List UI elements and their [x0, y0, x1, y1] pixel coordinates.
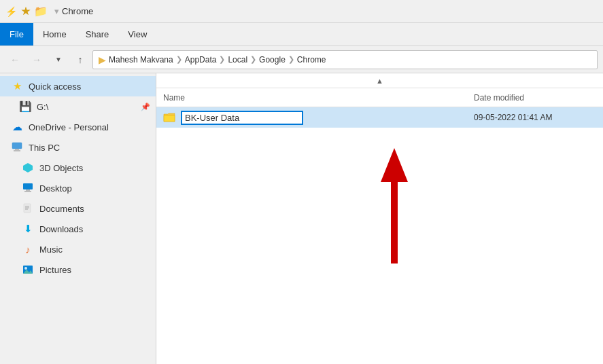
svg-marker-15: [381, 148, 408, 182]
sidebar-item-label-desktop: Desktop: [39, 183, 72, 194]
svg-marker-14: [391, 182, 398, 263]
breadcrumb-google[interactable]: Google: [259, 55, 286, 65]
pictures-icon: [22, 263, 34, 276]
svg-rect-4: [23, 183, 33, 189]
sidebar-item-label-pictures: Pictures: [39, 265, 71, 275]
3d-objects-icon: [22, 162, 34, 174]
sidebar-item-label-music: Music: [39, 244, 63, 255]
breadcrumb-chrome[interactable]: Chrome: [297, 55, 326, 65]
title-bar: ⚡ 📁 ▾ Chrome: [0, 0, 603, 23]
column-name[interactable]: Name: [163, 93, 474, 103]
g-drive-icon: 💾: [19, 101, 31, 113]
svg-rect-0: [12, 143, 22, 149]
sidebar-item-music[interactable]: ♪ Music: [0, 239, 156, 259]
title-bar-icons: ⚡ 📁: [5, 6, 46, 17]
breadcrumb-mahesh[interactable]: Mahesh Makvana: [109, 55, 173, 65]
back-button[interactable]: ←: [5, 50, 24, 69]
window-title: Chrome: [62, 6, 93, 16]
sidebar-item-quick-access[interactable]: ★ Quick access: [0, 76, 156, 96]
sidebar-item-pictures[interactable]: Pictures: [0, 259, 156, 280]
svg-marker-3: [23, 163, 33, 172]
address-bar[interactable]: ▶ Mahesh Makvana ❯ AppData ❯ Local ❯ Goo…: [92, 50, 598, 69]
sidebar-item-label-downloads: Downloads: [39, 224, 83, 234]
folder-icon: [163, 111, 175, 124]
sidebar-item-desktop[interactable]: Desktop: [0, 178, 156, 198]
dropdown-button[interactable]: ▼: [49, 50, 68, 69]
this-pc-icon: [11, 141, 23, 153]
tab-home[interactable]: Home: [33, 23, 76, 46]
tab-view[interactable]: View: [118, 23, 156, 46]
downloads-icon: ⬇: [22, 223, 34, 235]
sidebar-item-label-quick-access: Quick access: [29, 81, 81, 92]
ribbon-tabs: File Home Share View: [0, 23, 603, 46]
forward-button[interactable]: →: [27, 50, 46, 69]
music-icon: ♪: [22, 243, 34, 255]
content-header: Name Date modified: [156, 88, 603, 107]
svg-point-12: [24, 267, 27, 270]
sort-chevron-icon: ▲: [376, 77, 383, 85]
table-row[interactable]: 09-05-2022 01:41 AM: [156, 107, 603, 128]
svg-rect-1: [15, 149, 19, 150]
file-name-input[interactable]: [181, 111, 303, 125]
quick-access-icon: ⚡: [5, 6, 16, 17]
tab-share[interactable]: Share: [76, 23, 119, 46]
address-folder-icon: ▶: [99, 54, 106, 65]
file-date-modified: 09-05-2022 01:41 AM: [474, 113, 596, 122]
file-list: 09-05-2022 01:41 AM: [156, 107, 603, 364]
sidebar-item-onedrive[interactable]: ☁ OneDrive - Personal: [0, 117, 156, 137]
address-row: ← → ▼ ↑ ▶ Mahesh Makvana ❯ AppData ❯ Loc…: [0, 46, 603, 73]
arrow-annotation: [367, 128, 421, 272]
sidebar-item-downloads[interactable]: ⬇ Downloads: [0, 219, 156, 239]
tab-file[interactable]: File: [0, 23, 33, 46]
breadcrumb: Mahesh Makvana ❯ AppData ❯ Local ❯ Googl…: [109, 55, 326, 65]
sidebar-item-this-pc[interactable]: This PC: [0, 137, 156, 158]
sidebar-item-documents[interactable]: Documents: [0, 198, 156, 219]
breadcrumb-appdata[interactable]: AppData: [185, 55, 217, 65]
sidebar: ★ Quick access 💾 G:\ 📌 ☁ OneDrive - Pers…: [0, 73, 156, 364]
pin-icon-title: [20, 6, 31, 17]
sort-bar: ▲: [156, 73, 603, 88]
main-layout: ★ Quick access 💾 G:\ 📌 ☁ OneDrive - Pers…: [0, 73, 603, 364]
content-area: ▲ Name Date modified 09-05-2022 01:41 AM: [156, 73, 603, 364]
svg-rect-5: [26, 189, 30, 191]
documents-icon: [22, 202, 34, 215]
sidebar-item-g-drive[interactable]: 💾 G:\ 📌: [0, 96, 156, 117]
sidebar-item-label-onedrive: OneDrive - Personal: [29, 122, 109, 132]
desktop-icon: [22, 182, 34, 194]
folder-icon-title: 📁: [35, 6, 46, 17]
svg-rect-6: [24, 191, 31, 192]
breadcrumb-local[interactable]: Local: [228, 55, 247, 65]
file-name-edit[interactable]: [181, 111, 468, 125]
sidebar-item-label-documents: Documents: [39, 204, 84, 214]
sidebar-item-label-g: G:\: [37, 102, 48, 112]
quick-access-star-icon: ★: [11, 80, 23, 92]
title-separator: ▾: [54, 6, 59, 16]
sidebar-item-3d-objects[interactable]: 3D Objects: [0, 158, 156, 178]
sidebar-item-label-3d: 3D Objects: [39, 163, 83, 173]
sidebar-item-label-pc: This PC: [29, 143, 60, 153]
up-button[interactable]: ↑: [71, 50, 90, 69]
onedrive-icon: ☁: [11, 121, 23, 133]
pin-indicator: 📌: [141, 103, 150, 111]
column-date-modified[interactable]: Date modified: [474, 93, 596, 103]
svg-rect-2: [14, 150, 20, 151]
